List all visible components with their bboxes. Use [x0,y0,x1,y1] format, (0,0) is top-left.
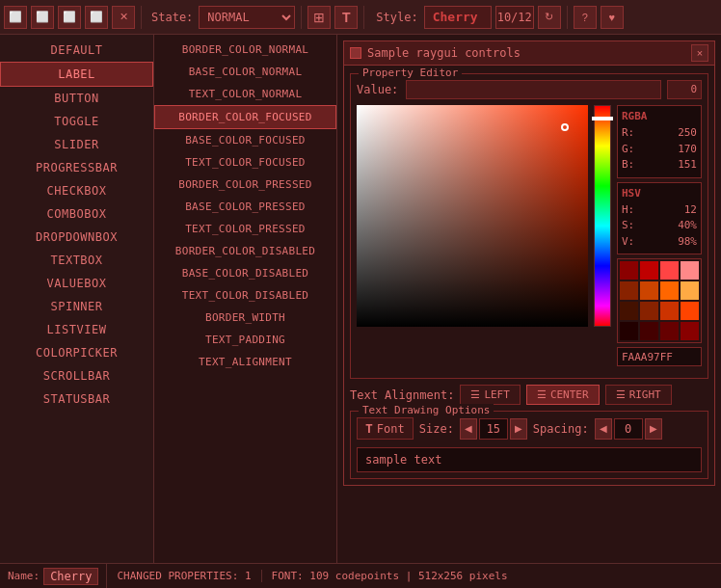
prop-text-padding[interactable]: TEXT_PADDING [154,329,336,351]
state-label: State: [151,11,193,24]
swatch-3[interactable] [681,261,699,280]
sidebar-item-statusbar[interactable]: STATUSBAR [0,388,153,411]
prop-base-color-normal[interactable]: BASE_COLOR_NORMAL [154,61,336,83]
window-close-button[interactable]: × [691,44,708,62]
hsv-box: HSV H: 12 S: 40% V: 98% [617,182,702,255]
sidebar-item-checkbox[interactable]: CHECKBOX [0,179,153,202]
grid-icon-btn[interactable]: ⊞ [307,6,331,29]
swatch-4[interactable] [620,281,638,300]
size-increment-btn[interactable]: ▶ [510,418,527,440]
sidebar-item-combobox[interactable]: COMBOBOX [0,202,153,226]
swatch-7[interactable] [681,281,699,300]
heart-btn[interactable]: ♥ [601,6,624,29]
swatch-12[interactable] [620,322,638,340]
align-center-icon: ☰ [537,388,547,401]
swatch-15[interactable] [681,322,699,340]
property-editor-group: Property Editor Value: 0 [350,73,708,379]
help-btn[interactable]: ? [574,6,597,29]
prop-border-color-focused[interactable]: BORDER_COLOR_FOCUSED [154,105,336,129]
align-center-label: CENTER [550,388,589,401]
swatch-10[interactable] [660,302,679,320]
window-title-left: Sample raygui controls [350,46,521,60]
prop-border-color-normal[interactable]: BORDER_COLOR_NORMAL [154,39,336,61]
text-drawing-label: Text Drawing Options [359,404,494,416]
prop-base-color-pressed[interactable]: BASE_COLOR_PRESSED [154,196,336,218]
prop-text-color-focused[interactable]: TEXT_COLOR_FOCUSED [154,151,336,174]
sidebar-item-label[interactable]: LABEL [0,62,153,87]
prop-border-width[interactable]: BORDER_WIDTH [154,307,336,329]
toolbar-btn-4[interactable]: ⬜ [85,6,108,29]
sidebar-item-button[interactable]: BUTTON [0,87,153,110]
align-left-icon: ☰ [470,388,480,401]
sidebar-item-valuebox[interactable]: VALUEBOX [0,272,153,295]
t-icon-btn[interactable]: T [334,6,358,29]
toolbar-btn-3[interactable]: ⬜ [58,6,81,29]
color-gradient[interactable] [357,105,588,327]
swatch-11[interactable] [681,302,699,320]
font-label: Font [377,422,405,436]
toolbar-btn-2[interactable]: ⬜ [31,6,54,29]
rgba-r-row: R: 250 [622,125,697,142]
align-right-icon: ☰ [616,388,626,401]
prop-text-color-pressed[interactable]: TEXT_COLOR_PRESSED [154,218,336,240]
prop-base-color-disabled[interactable]: BASE_COLOR_DISABLED [154,262,336,284]
size-spinner: ◀ 15 ▶ [460,418,527,440]
value-input[interactable] [406,80,661,99]
prop-border-color-disabled[interactable]: BORDER_COLOR_DISABLED [154,240,336,262]
align-left-label: LEFT [484,388,510,401]
align-right-btn[interactable]: ☰ RIGHT [605,385,672,405]
prop-base-color-focused[interactable]: BASE_COLOR_FOCUSED [154,129,336,151]
hsv-s-val: 40% [678,218,697,234]
left-panel: DEFAULT LABEL BUTTON TOGGLE SLIDER PROGR… [0,35,154,563]
align-center-btn[interactable]: ☰ CENTER [526,385,600,405]
swatch-13[interactable] [640,322,658,340]
toolbar-btn-5[interactable]: ✕ [112,6,135,29]
hsv-h-label: H: [622,202,634,219]
size-decrement-btn[interactable]: ◀ [460,418,477,440]
prop-text-alignment[interactable]: TEXT_ALIGNMENT [154,351,336,373]
align-left-btn[interactable]: ☰ LEFT [460,385,521,405]
rgba-box: RGBA R: 250 G: 170 B: 151 [617,105,702,178]
sidebar-item-dropdownbox[interactable]: DROPDOWNBOX [0,226,153,249]
hsv-v-label: V: [622,234,634,251]
sidebar-item-textbox[interactable]: TEXTBOX [0,249,153,272]
swatch-grid [617,258,702,343]
main-layout: DEFAULT LABEL BUTTON TOGGLE SLIDER PROGR… [0,35,721,563]
toolbar-btn-1[interactable]: ⬜ [4,6,27,29]
swatch-1[interactable] [640,261,658,280]
swatch-5[interactable] [640,281,658,300]
rgba-r-label: R: [622,125,634,142]
sidebar-item-toggle[interactable]: TOGGLE [0,110,153,133]
spacing-spinner: ◀ 0 ▶ [595,418,662,440]
text-drawing-group: Text Drawing Options T Font Size: ◀ 15 ▶… [350,411,708,479]
toolbar-separator-1 [141,6,142,29]
prop-border-color-pressed[interactable]: BORDER_COLOR_PRESSED [154,174,336,196]
sidebar-item-scrollbar[interactable]: SCROLLBAR [0,364,153,388]
refresh-btn[interactable]: ↻ [538,6,561,29]
sidebar-item-default[interactable]: DEFAULT [0,39,153,62]
swatch-2[interactable] [660,261,679,280]
size-value: 10/12 [495,6,534,29]
sidebar-item-spinner[interactable]: SPINNER [0,295,153,318]
spacing-increment-btn[interactable]: ▶ [645,418,662,440]
swatch-6[interactable] [660,281,679,300]
prop-text-color-disabled[interactable]: TEXT_COLOR_DISABLED [154,284,336,307]
font-btn[interactable]: T Font [357,417,414,440]
rgba-b-label: B: [622,157,634,174]
sidebar-item-listview[interactable]: LISTVIEW [0,318,153,341]
sidebar-item-progressbar[interactable]: PROGRESSBAR [0,156,153,179]
swatch-14[interactable] [660,322,679,340]
hex-input[interactable]: FAAA97FF [617,347,702,366]
window-icon [350,47,361,59]
align-right-label: RIGHT [629,388,661,401]
swatch-0[interactable] [620,261,638,280]
text-alignment-label: Text Alignment: [350,388,454,402]
state-select[interactable]: NORMAL FOCUSED PRESSED DISABLED [199,6,295,29]
swatch-9[interactable] [640,302,658,320]
hue-slider[interactable] [594,105,611,327]
prop-text-color-normal[interactable]: TEXT_COLOR_NORMAL [154,83,336,105]
swatch-8[interactable] [620,302,638,320]
sidebar-item-colorpicker[interactable]: COLORPICKER [0,341,153,364]
sidebar-item-slider[interactable]: SLIDER [0,133,153,156]
spacing-decrement-btn[interactable]: ◀ [595,418,612,440]
